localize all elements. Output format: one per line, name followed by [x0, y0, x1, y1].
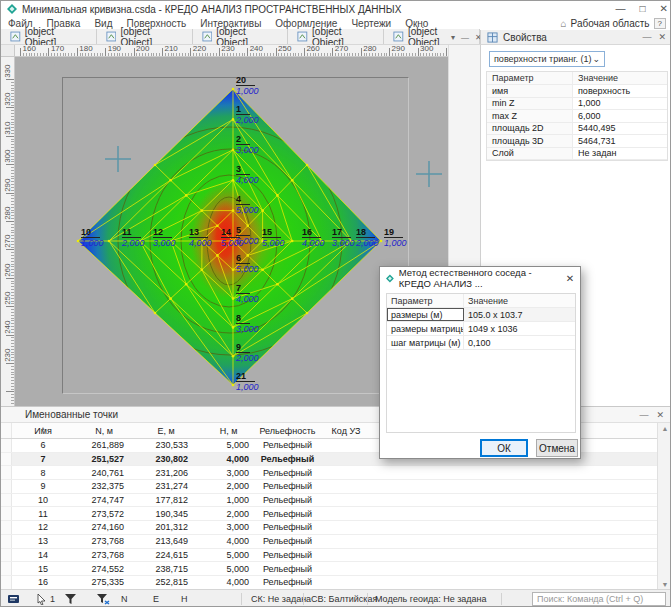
properties-minimize-button[interactable]: — [642, 32, 651, 42]
cancel-button[interactable]: Отмена [536, 439, 578, 457]
points-table-row[interactable]: 9 232,375 231,274 2,000 Рельефный [1, 480, 657, 494]
ruler-label: 250 [1, 292, 15, 305]
ruler-label: 210 [157, 45, 185, 56]
tab-icon [297, 31, 308, 42]
ruler-label: 200 [129, 45, 157, 56]
properties-row[interactable]: Слой Не задан [487, 148, 667, 161]
coord-e-label: E [153, 590, 159, 607]
view-tab[interactable]: [object Object] [193, 29, 289, 44]
points-table-row[interactable]: 12 274,160 201,312 3,000 Рельефный [1, 521, 657, 535]
dialog-params-table: Параметр Значение размеры (м) 105.0 x 10… [386, 293, 576, 433]
view-tab[interactable]: [object Object] [288, 29, 384, 44]
properties-icon [487, 32, 498, 43]
ok-button[interactable]: ОК [480, 439, 528, 457]
ruler-label: 300 [412, 45, 440, 56]
cursor-icon [37, 594, 47, 605]
command-search-input[interactable]: Поиск: Команда (Ctrl + Q) [532, 592, 666, 606]
ruler-label: 260 [1, 263, 15, 276]
scroll-up-icon[interactable]: ▲ [662, 425, 669, 432]
ruler-label: 240 [242, 45, 270, 56]
maximize-button[interactable]: □ [640, 1, 646, 16]
properties-title: Свойства [503, 32, 547, 43]
dialog-title: Метод естественного соседа - КРЕДО АНАЛИ… [399, 267, 555, 289]
points-close-button[interactable]: ✕ [656, 410, 664, 420]
col-e[interactable]: E, м [134, 426, 198, 436]
dialog-param-row[interactable]: размеры (м) 105.0 x 103.7 [387, 308, 575, 322]
filter-clear-icon[interactable] [97, 590, 110, 607]
status-bar: 1 N E H СК: Не задана СВ: Балтийская Мод… [1, 589, 671, 607]
dialog-title-bar[interactable]: Метод естественного соседа - КРЕДО АНАЛИ… [380, 267, 580, 289]
selection-count: 1 [37, 590, 55, 607]
tab-menu-button[interactable]: ▾ [451, 33, 455, 42]
ruler-label: 190 [100, 45, 128, 56]
horizontal-ruler: 1601701801902002102202302402502602702802… [15, 45, 448, 57]
points-table-row[interactable]: 16 275,335 252,815 4,000 Рельефный [1, 576, 657, 590]
ruler-label: 290 [1, 178, 15, 191]
plotter-icon[interactable] [7, 590, 20, 607]
col-n[interactable]: N, м [74, 426, 134, 436]
scroll-down-icon[interactable]: ▼ [662, 581, 669, 588]
view-tabs: [object Object] [object Object] [object … [1, 30, 480, 45]
status-geoid[interactable]: Модель геоида: Не задана [375, 590, 487, 607]
ruler-label: 300 [1, 150, 15, 163]
properties-row[interactable]: площадь 3D 5464,731 [487, 135, 667, 148]
tab-icon [10, 31, 21, 42]
tab-minimize-button[interactable]: — [461, 33, 469, 42]
ruler-label: 310 [1, 121, 15, 134]
ruler-label: 330 [1, 65, 15, 78]
menu-item[interactable]: Вид [87, 18, 119, 29]
points-table-scrollbar[interactable]: ▲ ▼ [657, 423, 671, 590]
ruler-label: 160 [15, 45, 43, 56]
tab-icon [393, 31, 404, 42]
points-table-row[interactable]: 14 273,768 224,615 5,000 Рельефный [1, 549, 657, 563]
points-table-row[interactable]: 10 274,747 177,812 1,000 Рельефный [1, 494, 657, 508]
properties-row[interactable]: площадь 2D 5440,495 [487, 123, 667, 136]
properties-object-select[interactable]: поверхности трианг. (1) ⌄ [489, 51, 605, 67]
minimize-button[interactable]: — [616, 1, 626, 16]
properties-row[interactable]: min Z 1,000 [487, 98, 667, 111]
properties-row[interactable]: max Z 6,000 [487, 110, 667, 123]
ruler-label: 220 [185, 45, 213, 56]
sort-asc-icon: ▲ [41, 426, 46, 431]
view-tab[interactable]: [object Object] [1, 29, 97, 44]
ruler-corner [1, 45, 15, 57]
tab-icon [106, 31, 117, 42]
properties-close-button[interactable]: ✕ [658, 32, 666, 42]
prop-col-value: Значение [573, 73, 667, 83]
view-tab[interactable]: [object Object] [97, 29, 193, 44]
points-table-row[interactable]: 15 274,552 238,715 5,000 Рельефный [1, 562, 657, 576]
dialog-close-button[interactable]: ✕ [560, 267, 580, 289]
points-table-row[interactable]: 13 273,768 213,649 4,000 Рельефный [1, 535, 657, 549]
dialog-param-row[interactable]: размеры матрицы 1049 x 1036 [387, 322, 575, 336]
col-h[interactable]: H, м [198, 426, 259, 436]
properties-panel-header: Свойства — ✕ [480, 30, 671, 45]
workspace-switcher[interactable]: ⌂ Рабочая область ? [561, 17, 666, 30]
dialog-param-row[interactable]: шаг матрицы (м) 0,100 [387, 336, 575, 350]
ruler-label: 290 [384, 45, 412, 56]
ruler-label: 270 [327, 45, 355, 56]
tab-icon [202, 31, 213, 42]
natural-neighbor-dialog: Метод естественного соседа - КРЕДО АНАЛИ… [379, 266, 581, 459]
filter-icon[interactable] [65, 590, 76, 607]
col-relief[interactable]: Рельефность [259, 426, 316, 436]
app-logo-icon [7, 4, 17, 14]
close-button[interactable]: ✕ [660, 1, 668, 16]
points-minimize-button[interactable]: — [639, 410, 648, 420]
ruler-label: 230 [214, 45, 242, 56]
workspace-label: Рабочая область [571, 18, 650, 29]
ruler-label: 280 [356, 45, 384, 56]
help-icon[interactable]: ? [654, 18, 666, 29]
points-table-row[interactable]: 11 273,572 190,345 2,000 Рельефный [1, 507, 657, 521]
ruler-label: 170 [43, 45, 71, 56]
points-table-row[interactable]: 8 240,761 231,206 3,000 Рельефный [1, 466, 657, 480]
properties-row[interactable]: имя поверхность [487, 85, 667, 98]
chevron-down-icon: ⌄ [592, 54, 600, 64]
col-code[interactable]: Код УЗ [316, 426, 376, 436]
ruler-label: 260 [299, 45, 327, 56]
coord-n-label: N [121, 590, 128, 607]
home-icon: ⌂ [561, 18, 567, 29]
window-title: Минимальная кривизна.csda - КРЕДО АНАЛИЗ… [22, 4, 401, 15]
col-name[interactable]: ▲Имя [12, 426, 74, 436]
prop-col-param: Параметр [487, 72, 573, 84]
app-window: { "window": { "title": "Минимальная крив… [0, 0, 671, 607]
